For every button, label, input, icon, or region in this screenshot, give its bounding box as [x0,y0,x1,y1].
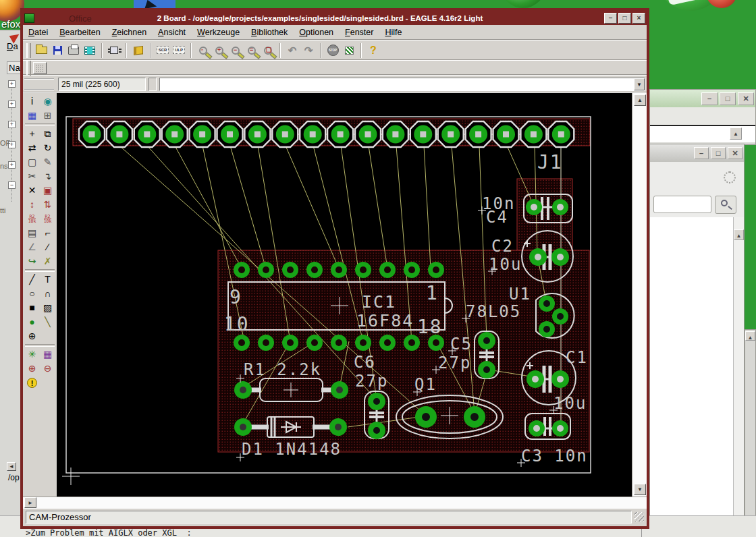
tool-mirror[interactable]: ⇄ [25,141,39,154]
tool-rotate[interactable]: ↻ [40,141,55,154]
titlebar[interactable]: Office 2 Board - /opt/eagle/projects/exa… [23,11,647,25]
desktop-orb-icon[interactable] [501,0,545,8]
run-script-button[interactable]: SCR [155,43,171,59]
menu-bearbeiten[interactable]: Bearbeiten [59,28,100,37]
save-button[interactable] [49,43,65,59]
tool-split[interactable]: ∠ [25,240,39,254]
tool-arc[interactable]: ∩ [40,287,55,300]
board-schematic-button[interactable] [106,43,122,59]
tool-group[interactable]: ▢ [25,155,39,169]
tool-signal[interactable]: ╲ [40,315,55,329]
maximize-button[interactable]: □ [618,13,631,24]
help-button[interactable]: ? [365,43,381,59]
close-button[interactable]: ✕ [728,147,742,159]
tool-move[interactable]: + [25,127,39,140]
tool-text[interactable]: T [40,273,55,286]
board-canvas[interactable]: J1910118IC116F84R1 2.2kD1 1N4148C627pQ1C… [57,93,632,497]
maximize-button[interactable]: □ [711,147,726,159]
menu-werkzeuge[interactable]: Werkzeuge [197,28,240,37]
tool-replace[interactable]: ▣ [40,183,55,197]
toolbar-drag-handle[interactable] [26,43,31,58]
resize-grip[interactable] [634,512,644,521]
menu-datei[interactable]: Datei [28,28,48,37]
eagle-app-icon[interactable] [24,13,34,23]
maximize-button[interactable]: □ [720,92,736,105]
tool-paste[interactable]: ↴ [40,169,55,183]
tree-expand-box[interactable]: − [8,181,16,189]
tool-info[interactable]: i [25,94,39,108]
scroll-up-button[interactable]: ▲ [634,94,646,106]
go-button[interactable] [341,43,357,59]
tool-drc[interactable]: ⊕ [25,362,39,375]
tool-pinswap[interactable]: ↕ [25,198,39,211]
tree-expand-box[interactable]: + [8,101,16,108]
menu-fenster[interactable]: Fenster [345,28,373,37]
stop-button[interactable]: STOP [325,43,341,59]
vertical-scrollbar[interactable]: ▲ ▼ [632,93,647,497]
minimize-button[interactable]: – [694,147,709,159]
zoom-fit-button[interactable]: ▫ [195,43,211,59]
background-window-b-scrollbar[interactable]: ▲ [733,217,744,517]
menu-zeichnen[interactable]: Zeichnen [112,28,146,37]
close-button[interactable]: × [632,13,645,24]
tool-auto[interactable]: ▦ [40,347,55,361]
zoom-redraw-button[interactable]: ❑ [260,43,276,59]
tool-name[interactable]: R210k [25,212,39,225]
redo-button[interactable]: ↷ [300,43,317,59]
mini-scroll-left-button[interactable]: ◄ [7,462,16,471]
tool-display[interactable]: ▦ [25,109,39,122]
scroll-right-button[interactable]: ► [24,497,36,508]
tool-via[interactable]: ● [25,315,39,329]
run-ulp-button[interactable]: ULP [171,43,187,59]
background-menu-fragment[interactable]: Da [7,41,18,51]
tool-route[interactable]: ↪ [25,254,39,268]
tool-optimize[interactable]: ∕ [40,240,55,254]
zoom-select-button[interactable]: = [244,43,260,59]
scroll-down-button[interactable]: ▼ [634,484,646,495]
scroll-button[interactable]: ▲ [745,331,755,341]
scroll-up-button[interactable]: ▲ [730,128,742,140]
tool-ripup[interactable]: ✗ [40,254,55,268]
tool-circle[interactable]: ○ [25,287,39,300]
command-dropdown-button[interactable]: ▼ [634,78,645,90]
search-input[interactable] [653,196,711,213]
background-window-a-titlebar[interactable]: –□✕ [650,90,755,107]
tool-errors[interactable]: ⊖ [40,362,55,375]
tool-cut[interactable]: ✂ [25,169,39,183]
tool-show[interactable]: ◉ [40,94,55,108]
grid-button[interactable] [33,62,47,74]
tool-ratsnest[interactable]: ✳ [25,347,39,361]
menu-hilfe[interactable]: Hilfe [385,28,402,37]
library-button[interactable] [130,43,146,59]
cam-processor-button[interactable] [82,43,98,59]
tree-expand-box[interactable]: + [8,161,16,169]
tool-warn[interactable]: ! [25,376,39,389]
tree-expand-box[interactable]: + [8,80,16,88]
menu-optionen[interactable]: Optionen [299,28,333,37]
search-button[interactable] [715,196,736,214]
tool-rect[interactable]: ■ [25,301,39,314]
tool-gateswap[interactable]: ⇅ [40,198,55,211]
minimize-button[interactable]: – [604,13,617,24]
tool-polygon[interactable]: ▨ [40,301,55,314]
menu-ansicht[interactable]: Ansicht [158,28,186,37]
parameter-drag-handle[interactable] [24,78,54,90]
zoom-in-button[interactable]: + [211,43,227,59]
print-button[interactable] [65,43,82,59]
menu-bibliothek[interactable]: Bibliothek [251,28,288,37]
tool-mark[interactable]: ⊞ [40,109,55,122]
toolbar-drag-handle[interactable] [26,61,31,76]
tool-miter[interactable]: ⌐ [40,226,55,239]
tool-hole[interactable]: ⊕ [25,329,39,343]
minimize-button[interactable]: – [701,92,718,105]
board-drawing[interactable]: J1910118IC116F84R1 2.2kD1 1N4148C627pQ1C… [57,93,632,497]
zoom-out-button[interactable]: − [227,43,244,59]
tool-wire[interactable]: ╱ [25,273,39,286]
tool-change[interactable]: ✎ [40,155,55,169]
undo-button[interactable]: ↶ [284,43,300,59]
background-window-b-titlebar[interactable]: –□✕ [650,144,744,162]
close-button[interactable]: ✕ [738,92,754,105]
tool-value[interactable]: R210k [40,212,55,225]
tool-smash[interactable]: ▤ [25,226,39,239]
command-input[interactable]: ▼ [159,78,645,91]
